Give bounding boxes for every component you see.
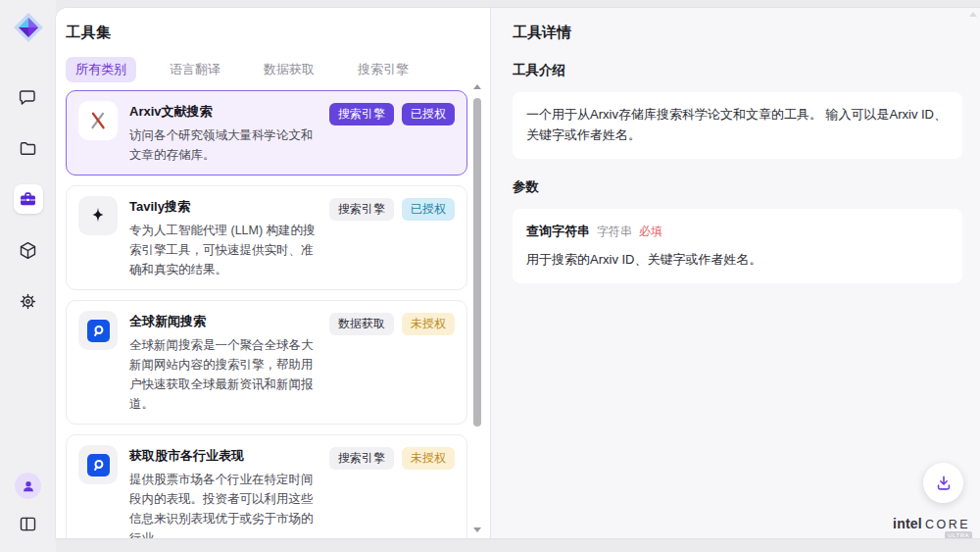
category-badge: 搜索引擎 [329, 447, 394, 470]
tool-card-body: Arxiv文献搜索 访问各个研究领域大量科学论文和文章的存储库。 [129, 101, 318, 165]
status-badge: 未授权 [402, 313, 455, 335]
tool-card-body: 全球新闻搜索 全球新闻搜索是一个聚合全球各大新闻网站内容的搜索引擎，帮助用户快速… [129, 311, 318, 414]
tool-title: Arxiv文献搜索 [129, 103, 318, 121]
user-avatar-icon [21, 478, 36, 494]
rail-bottom [14, 473, 43, 538]
sidebar-item-settings[interactable] [14, 286, 43, 316]
tool-icon-tile [78, 196, 118, 235]
category-badge: 搜索引擎 [329, 198, 394, 221]
scrollbar-thumb[interactable] [473, 98, 481, 427]
param-required-flag: 必填 [639, 223, 662, 241]
category-tabs: 所有类别 语言翻译 数据获取 搜索引擎 [66, 58, 490, 81]
tool-badges: 数据获取 未授权 [329, 311, 455, 414]
intro-text: 一个用于从Arxiv存储库搜索科学论文和文章的工具。 输入可以是Arxiv ID… [526, 107, 947, 142]
sidebar-item-toolset[interactable] [14, 184, 43, 214]
tool-description: 专为人工智能代理 (LLM) 构建的搜索引擎工具，可快速提供实时、准确和真实的结… [129, 221, 318, 279]
scroll-down-arrow-icon[interactable] [473, 527, 481, 532]
tool-card-body: 获取股市各行业表现 提供股票市场各个行业在特定时间段内的表现。投资者可以利用这些… [129, 445, 318, 538]
sidebar-item-models[interactable] [14, 235, 43, 265]
param-name: 查询字符串 [526, 222, 590, 242]
intro-heading: 工具介绍 [513, 62, 962, 79]
main-window: 工具集 所有类别 语言翻译 数据获取 搜索引擎 Arxiv文献搜索 访问各个研究… [56, 8, 980, 538]
chat-icon [18, 87, 38, 108]
tab-translation[interactable]: 语言翻译 [160, 57, 230, 82]
tool-card-sector-performance[interactable]: 获取股市各行业表现 提供股票市场各个行业在特定时间段内的表现。投资者可以利用这些… [66, 434, 467, 538]
tab-search-engine[interactable]: 搜索引擎 [348, 57, 418, 82]
sidebar-item-files[interactable] [14, 133, 43, 163]
params-heading: 参数 [513, 178, 962, 196]
tool-card-body: Tavily搜索 专为人工智能代理 (LLM) 构建的搜索引擎工具，可快速提供实… [129, 196, 318, 279]
tool-icon-tile [78, 445, 118, 484]
detail-scroll-arrow-icon [969, 12, 977, 17]
param-type: 字符串 [597, 223, 632, 241]
left-rail [0, 0, 56, 552]
tool-title: 获取股市各行业表现 [129, 447, 318, 465]
ultra-badge: ULTRA [945, 531, 972, 538]
list-scrollbar[interactable] [472, 84, 482, 532]
status-badge: 已授权 [402, 198, 455, 221]
app-logo [13, 12, 44, 43]
tool-icon-tile [78, 311, 118, 350]
category-badge: 数据获取 [329, 313, 394, 335]
tool-badges: 搜索引擎 已授权 [329, 196, 455, 279]
blue-search-icon [87, 320, 110, 342]
tool-description: 访问各个研究领域大量科学论文和文章的存储库。 [129, 125, 318, 165]
intel-core-logo: intel CORE ULTRA [893, 516, 970, 531]
tool-description: 提供股票市场各个行业在特定时间段内的表现。投资者可以利用这些信息来识别表现优于或… [129, 470, 318, 538]
tool-card-tavily[interactable]: Tavily搜索 专为人工智能代理 (LLM) 构建的搜索引擎工具，可快速提供实… [66, 185, 467, 290]
page-title: 工具集 [66, 24, 490, 42]
tavily-star-icon [87, 205, 109, 226]
panel-toggle[interactable] [14, 509, 43, 538]
tool-badges: 搜索引擎 未授权 [329, 445, 455, 538]
tool-card-arxiv[interactable]: Arxiv文献搜索 访问各个研究领域大量科学论文和文章的存储库。 搜索引擎 已授… [66, 90, 467, 176]
arxiv-icon [87, 110, 109, 131]
tab-all-categories[interactable]: 所有类别 [66, 57, 136, 82]
tool-icon-tile [78, 101, 118, 140]
category-badge: 搜索引擎 [329, 103, 394, 125]
status-badge: 已授权 [402, 103, 455, 125]
intel-wordmark: intel [893, 516, 922, 531]
sidebar-item-chat[interactable] [14, 82, 43, 112]
param-description: 用于搜索的Arxiv ID、关键字或作者姓名。 [526, 250, 949, 271]
download-button[interactable] [923, 463, 963, 503]
user-avatar[interactable] [15, 473, 41, 499]
diamond-gem-icon [13, 12, 44, 43]
tool-badges: 搜索引擎 已授权 [329, 101, 455, 165]
download-icon [934, 474, 954, 493]
tool-detail-pane: 工具详情 工具介绍 一个用于从Arxiv存储库搜索科学论文和文章的工具。 输入可… [490, 8, 980, 538]
folder-icon [18, 138, 38, 159]
core-wordmark: CORE ULTRA [925, 518, 970, 531]
toolset-pane: 工具集 所有类别 语言翻译 数据获取 搜索引擎 Arxiv文献搜索 访问各个研究… [56, 8, 490, 538]
panel-toggle-icon [18, 514, 38, 534]
blue-search-icon [87, 454, 110, 477]
detail-title: 工具详情 [513, 24, 962, 42]
toolbox-icon [18, 189, 38, 210]
tool-title: 全球新闻搜索 [129, 313, 318, 330]
tool-description: 全球新闻搜索是一个聚合全球各大新闻网站内容的搜索引擎，帮助用户快速获取全球最新资… [129, 335, 318, 414]
param-box: 查询字符串 字符串 必填 用于搜索的Arxiv ID、关键字或作者姓名。 [513, 209, 962, 284]
param-header-row: 查询字符串 字符串 必填 [526, 222, 949, 242]
scroll-up-arrow-icon[interactable] [473, 84, 481, 89]
tool-card-list: Arxiv文献搜索 访问各个研究领域大量科学论文和文章的存储库。 搜索引擎 已授… [66, 90, 467, 538]
tool-card-global-news[interactable]: 全球新闻搜索 全球新闻搜索是一个聚合全球各大新闻网站内容的搜索引擎，帮助用户快速… [66, 300, 467, 425]
tab-data-fetch[interactable]: 数据获取 [254, 57, 324, 82]
intro-box: 一个用于从Arxiv存储库搜索科学论文和文章的工具。 输入可以是Arxiv ID… [513, 92, 962, 159]
cube-icon [18, 240, 38, 261]
status-badge: 未授权 [402, 447, 455, 470]
tool-title: Tavily搜索 [129, 198, 318, 216]
rail-nav [14, 82, 43, 316]
gear-icon [18, 291, 38, 312]
